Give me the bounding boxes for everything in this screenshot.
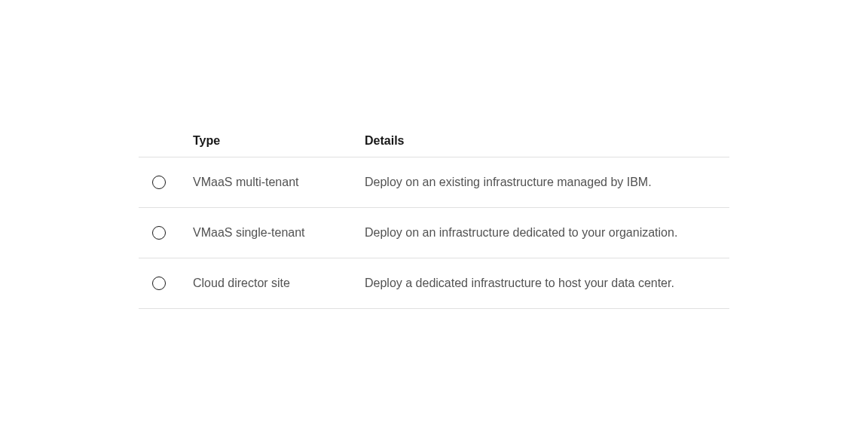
table-row[interactable]: VMaaS single-tenant Deploy on an infrast… xyxy=(139,208,729,258)
radio-cell xyxy=(139,157,181,208)
radio-cell xyxy=(139,208,181,258)
details-cell: Deploy on an existing infrastructure man… xyxy=(353,157,729,208)
type-cell: Cloud director site xyxy=(181,258,353,309)
table-header-row: Type Details xyxy=(139,125,729,157)
radio-button[interactable] xyxy=(152,277,166,290)
table-header-select xyxy=(139,125,181,157)
radio-button[interactable] xyxy=(152,226,166,240)
table-row[interactable]: VMaaS multi-tenant Deploy on an existing… xyxy=(139,157,729,208)
table-header-details: Details xyxy=(353,125,729,157)
details-cell: Deploy on an infrastructure dedicated to… xyxy=(353,208,729,258)
table-row[interactable]: Cloud director site Deploy a dedicated i… xyxy=(139,258,729,309)
details-cell: Deploy a dedicated infrastructure to hos… xyxy=(353,258,729,309)
type-cell: VMaaS multi-tenant xyxy=(181,157,353,208)
table-header-type: Type xyxy=(181,125,353,157)
radio-cell xyxy=(139,258,181,309)
type-cell: VMaaS single-tenant xyxy=(181,208,353,258)
resource-type-table: Type Details VMaaS multi-tenant Deploy o… xyxy=(139,125,729,309)
radio-button[interactable] xyxy=(152,176,166,189)
resource-type-table-container: Type Details VMaaS multi-tenant Deploy o… xyxy=(139,125,729,309)
